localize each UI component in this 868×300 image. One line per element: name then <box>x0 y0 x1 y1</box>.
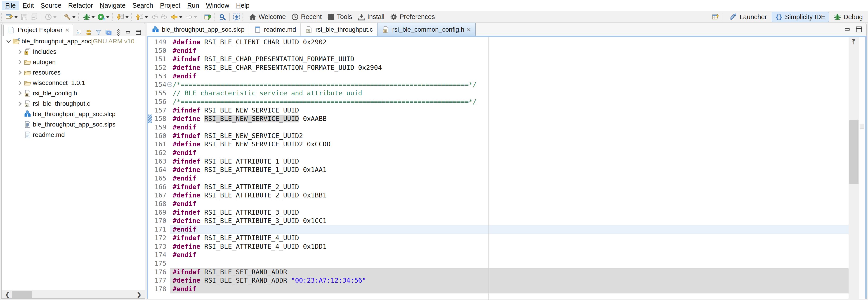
chevron-right-icon[interactable] <box>16 79 24 87</box>
explorer-hscrollbar[interactable]: ❮ ❯ <box>2 290 145 298</box>
menu-navigate[interactable]: Navigate <box>96 1 129 10</box>
dropdown-arrow-icon[interactable] <box>179 16 182 20</box>
code-text[interactable]: #define RSI_BLE_NEW_SERVICE_UUID 0xAABB <box>170 114 848 123</box>
next-annotation-button[interactable] <box>116 12 130 22</box>
maximize-icon[interactable] <box>135 29 142 36</box>
code-line-174[interactable]: 174#endif <box>148 251 848 259</box>
tree-item-resources[interactable]: resources <box>2 67 145 78</box>
dropdown-arrow-icon[interactable] <box>14 16 18 20</box>
dropdown-arrow-icon[interactable] <box>194 16 197 20</box>
chevron-right-icon[interactable] <box>16 90 24 97</box>
code-text[interactable]: #endif <box>170 174 848 183</box>
preferences-button[interactable]: Preferences <box>387 12 438 22</box>
code-line-163[interactable]: 163#ifndef RSI_BLE_ATTRIBUTE_1_UUID <box>148 157 848 166</box>
code-line-151[interactable]: 151#ifndef RSI_BLE_CHAR_PRESENTATION_FOR… <box>148 55 848 64</box>
menu-help[interactable]: Help <box>232 1 253 10</box>
previous-annotation-button[interactable] <box>135 12 149 22</box>
dropdown-arrow-icon[interactable] <box>145 16 148 20</box>
debug-button[interactable] <box>82 12 96 22</box>
menu-project[interactable]: Project <box>157 1 184 10</box>
code-text[interactable]: #endif <box>170 123 848 132</box>
chevron-right-icon[interactable] <box>16 58 24 66</box>
code-text[interactable]: #ifndef RSI_BLE_ATTRIBUTE_1_UUID <box>170 157 848 166</box>
menu-refactor[interactable]: Refactor <box>65 1 96 10</box>
dropdown-arrow-icon[interactable] <box>106 16 110 20</box>
close-icon[interactable]: × <box>467 26 471 33</box>
code-text[interactable]: #ifndef RSI_BLE_ATTRIBUTE_4_UUID <box>170 234 848 242</box>
code-text[interactable]: #endif <box>170 225 848 234</box>
scroll-left-icon[interactable]: ❮ <box>5 291 10 298</box>
code-line-172[interactable]: 172#ifndef RSI_BLE_ATTRIBUTE_4_UUID <box>148 234 848 242</box>
chevron-right-icon[interactable] <box>16 48 24 56</box>
code-line-158[interactable]: 158#define RSI_BLE_NEW_SERVICE_UUID 0xAA… <box>148 114 848 123</box>
code-text[interactable]: /*======================================… <box>170 98 848 106</box>
run-button[interactable] <box>96 12 111 22</box>
code-line-154[interactable]: 154−/*==================================… <box>148 80 848 89</box>
code-line-178[interactable]: 178#endif <box>148 285 848 294</box>
flash-programmer-button[interactable] <box>232 12 242 22</box>
overview-ruler[interactable] <box>859 37 865 300</box>
toolbar-drag-handle[interactable] <box>1 13 3 21</box>
code-line-176[interactable]: 176#ifndef RSI_BLE_SET_RAND_ADDR <box>148 268 848 276</box>
code-line-157[interactable]: 157#ifndef RSI_BLE_NEW_SERVICE_UUID <box>148 106 848 115</box>
code-text[interactable]: #endif <box>170 72 848 81</box>
code-line-153[interactable]: 153#endif <box>148 72 848 81</box>
next-edit-location-button[interactable] <box>159 12 169 22</box>
editor-vscroll-thumb[interactable] <box>849 120 859 184</box>
chevron-right-icon[interactable] <box>16 100 24 107</box>
code-line-156[interactable]: 156/*===================================… <box>148 98 848 106</box>
fold-collapse-icon[interactable]: − <box>167 82 172 87</box>
code-text[interactable]: #ifndef RSI_BLE_SET_RAND_ADDR <box>170 268 848 276</box>
code-line-169[interactable]: 169#ifndef RSI_BLE_ATTRIBUTE_3_UUID <box>148 208 848 217</box>
code-text[interactable]: #define RSI_BLE_ATTRIBUTE_3_UUID 0x1CC1 <box>170 216 848 225</box>
code-line-168[interactable]: 168#endif <box>148 200 848 208</box>
code-line-149[interactable]: 149#define RSI_BLE_CLIENT_CHAR_UUID 0x29… <box>148 38 848 46</box>
perspective-launcher[interactable]: Launcher <box>726 12 770 22</box>
minimize-icon[interactable] <box>125 29 132 36</box>
scroll-right-icon[interactable]: ❯ <box>136 291 142 298</box>
code-text[interactable]: #define RSI_BLE_SET_RAND_ADDR "00:23:A7:… <box>170 276 848 285</box>
microscope-button[interactable] <box>217 12 227 22</box>
tree-item-ble-throughput-app-soc-slps[interactable]: ble_throughput_app_soc.slps <box>2 119 145 130</box>
build-button[interactable] <box>62 12 77 22</box>
link-editor-icon[interactable] <box>85 29 92 36</box>
code-text[interactable]: #define RSI_BLE_CLIENT_CHAR_UUID 0x2902 <box>170 38 848 46</box>
code-text[interactable]: // BLE characteristic service and attrib… <box>170 89 848 98</box>
code-text[interactable]: #ifndef RSI_BLE_CHAR_PRESENTATION_FORMAT… <box>170 55 848 64</box>
code-line-167[interactable]: 167#define RSI_BLE_ATTRIBUTE_2_UUID 0x1B… <box>148 191 848 200</box>
dropdown-arrow-icon[interactable] <box>125 16 129 20</box>
code-line-160[interactable]: 160#ifndef RSI_BLE_NEW_SERVICE_UUID2 <box>148 132 848 140</box>
tree-item-rsi-ble-throughput-c[interactable]: .crsi_ble_throughput.c <box>2 99 145 109</box>
editor-tab-ble-throughput-app-soc-slcp[interactable]: ble_throughput_app_soc.slcp <box>147 23 249 36</box>
recent-button[interactable]: Recent <box>288 12 324 22</box>
menu-window[interactable]: Window <box>203 1 232 10</box>
tools-button[interactable]: Tools <box>324 12 355 22</box>
perspective-debug[interactable]: Debug <box>830 12 866 22</box>
code-text[interactable]: #endif <box>170 46 848 55</box>
menu-search[interactable]: Search <box>129 1 157 10</box>
code-line-159[interactable]: 159#endif <box>148 123 848 132</box>
launch-history-button[interactable] <box>43 12 58 22</box>
si-stack-icon[interactable]: SI <box>105 29 112 36</box>
code-line-164[interactable]: 164#define RSI_BLE_ATTRIBUTE_1_UUID 0x1A… <box>148 166 848 174</box>
code-line-177[interactable]: 177#define RSI_BLE_SET_RAND_ADDR "00:23:… <box>148 276 848 285</box>
last-edit-location-button[interactable] <box>149 12 159 22</box>
install-button[interactable]: Install <box>355 12 387 22</box>
editor-tab-rsi-ble-throughput-c[interactable]: .crsi_ble_throughput.c <box>301 23 377 36</box>
code-text[interactable]: #ifndef RSI_BLE_NEW_SERVICE_UUID <box>170 106 848 115</box>
code-text[interactable]: #define RSI_BLE_CHAR_PRESENTATION_FORMAT… <box>170 64 848 72</box>
code-line-173[interactable]: 173#define RSI_BLE_ATTRIBUTE_4_UUID 0x1D… <box>148 242 848 251</box>
maximize-icon[interactable] <box>855 26 863 33</box>
perspective-simplicity-ide[interactable]: {}Simplicity IDE <box>772 12 829 22</box>
tree-item-readme-md[interactable]: readme.md <box>2 130 145 140</box>
tree-item-includes[interactable]: hIncludes <box>2 46 145 57</box>
code-text[interactable] <box>170 259 848 268</box>
code-line-175[interactable]: 175 <box>148 259 848 268</box>
code-text[interactable]: #endif <box>170 148 848 157</box>
chevron-down-icon[interactable] <box>5 37 12 45</box>
view-menu-icon[interactable] <box>115 29 122 36</box>
menu-source[interactable]: Source <box>37 1 65 10</box>
code-text[interactable]: #ifndef RSI_BLE_ATTRIBUTE_3_UUID <box>170 208 848 217</box>
dropdown-arrow-icon[interactable] <box>72 16 75 20</box>
menu-edit[interactable]: Edit <box>19 1 37 10</box>
